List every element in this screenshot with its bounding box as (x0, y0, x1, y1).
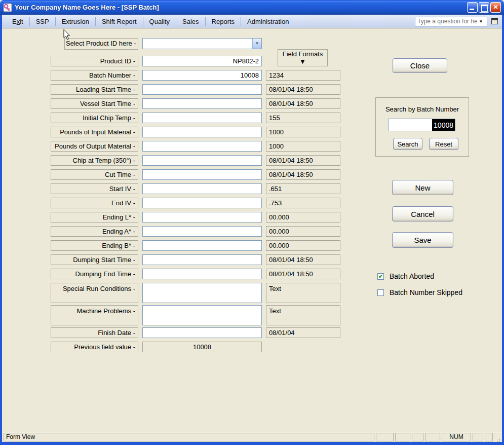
field-format: .651 (266, 183, 340, 194)
field-row: Loading Start Time - 08/01/04 18:50 (51, 84, 342, 95)
field-label: Start IV - (51, 183, 138, 194)
form-workspace: Select Product ID here - Field Formats ▼… (2, 28, 502, 432)
field-format: 00.000 (266, 226, 340, 237)
save-button[interactable]: Save (392, 232, 453, 248)
field-format: 08/01/04 18:50 (266, 169, 340, 180)
menu-item-sales[interactable]: Sales (176, 17, 205, 26)
field-input[interactable] (142, 254, 262, 265)
close-button[interactable]: Close (393, 58, 447, 73)
field-input[interactable] (142, 169, 262, 180)
field-input[interactable] (142, 141, 262, 152)
minimize-button[interactable] (467, 2, 478, 13)
status-panel (485, 433, 493, 441)
maximize-button[interactable] (479, 2, 489, 13)
field-label: Previous field value - (51, 342, 138, 352)
field-format: .753 (266, 198, 340, 208)
field-input[interactable] (142, 240, 262, 251)
field-input[interactable] (142, 212, 262, 222)
statusbar: Form View NUM (2, 432, 502, 442)
batch-number-skipped-checkbox[interactable] (377, 289, 384, 296)
menu-item-shift-report[interactable]: Shift Report (96, 17, 143, 26)
field-row: Finish Date - 08/01/04 (51, 327, 342, 338)
field-input[interactable] (142, 56, 262, 66)
search-batch-input[interactable]: 10008 (388, 119, 455, 131)
new-button[interactable]: New (392, 180, 453, 195)
field-row: Ending A* - 00.000 (51, 226, 342, 237)
field-row: Vessel Start Time - 08/01/04 18:50 (51, 98, 342, 109)
field-format: 1234 (266, 70, 340, 81)
status-panel (376, 433, 394, 441)
window-border-right (502, 15, 504, 445)
search-group-title: Search by Batch Number (376, 105, 469, 113)
field-row: Initial Chip Temp - 155 (51, 113, 342, 123)
field-input[interactable] (142, 305, 262, 325)
field-input[interactable] (142, 283, 262, 303)
field-format: 08/01/04 18:50 (266, 254, 340, 265)
field-input[interactable] (142, 327, 262, 338)
field-label: Chip at Temp (350°) - (51, 155, 138, 166)
field-input[interactable] (142, 269, 262, 279)
batch-number-skipped-label[interactable]: Batch Number Skipped (390, 288, 462, 296)
reset-button[interactable]: Reset (429, 138, 458, 150)
field-input[interactable] (142, 84, 262, 95)
field-input[interactable] (142, 198, 262, 208)
close-window-button[interactable] (490, 2, 501, 13)
field-label: Ending A* - (51, 226, 138, 237)
help-search-box[interactable]: ▼ (415, 17, 487, 26)
field-input[interactable] (142, 98, 262, 109)
menu-item-quality[interactable]: Quality (143, 17, 176, 26)
window-border-left (0, 15, 2, 445)
field-format: 08/01/04 18:50 (266, 269, 340, 279)
search-button[interactable]: Search (393, 138, 422, 150)
menu-item-administration[interactable]: Administration (241, 17, 295, 26)
field-label: Dumping End Time - (51, 269, 138, 279)
field-input[interactable] (142, 155, 262, 166)
status-panel (473, 433, 483, 441)
menu-item-extrusion[interactable]: Extrusion (56, 17, 95, 26)
field-input[interactable] (142, 226, 262, 237)
menu-item-ssp[interactable]: SSP (30, 17, 55, 26)
field-row: Chip at Temp (350°) - 08/01/04 18:50 (51, 155, 342, 166)
field-row: Product ID - (51, 56, 342, 66)
resize-grip[interactable] (494, 433, 500, 441)
field-label: Finish Date - (51, 327, 138, 338)
field-label: Machine Problems - (51, 305, 138, 325)
select-product-id-label: Select Product ID here - (64, 38, 138, 50)
field-rows: Product ID - Batch Number - 1234 Loading… (51, 56, 342, 356)
field-row: Dumping Start Time - 08/01/04 18:50 (51, 254, 342, 265)
field-format: 1000 (266, 127, 340, 137)
help-search-input[interactable] (417, 18, 477, 25)
field-label: Pounds of Input Material - (51, 127, 138, 137)
field-row: Special Run Conditions - Text (51, 283, 342, 303)
titlebar[interactable]: Your Company Name Goes Here - [SSP Batch… (0, 0, 504, 15)
field-format: 08/01/04 18:50 (266, 98, 340, 109)
field-format: Text (266, 305, 340, 325)
field-input[interactable] (142, 70, 262, 81)
window-border-bottom (0, 442, 504, 445)
field-input[interactable] (142, 113, 262, 123)
field-row: Pounds of Input Material - 1000 (51, 127, 342, 137)
cancel-button[interactable]: Cancel (392, 206, 453, 221)
help-dropdown-icon[interactable]: ▼ (477, 19, 485, 24)
restore-window-icon[interactable] (491, 18, 498, 24)
access-app-icon (3, 3, 12, 12)
field-input[interactable] (142, 183, 262, 194)
field-input[interactable] (142, 127, 262, 137)
batch-aborted-label[interactable]: Batch Aborted (390, 272, 434, 280)
window-title: Your Company Name Goes Here - [SSP Batch… (15, 4, 159, 11)
combobox-dropdown-icon[interactable] (252, 39, 261, 49)
field-format: 00.000 (266, 240, 340, 251)
menu-item-exit[interactable]: Exit (6, 17, 29, 26)
status-mode: Form View (4, 433, 374, 441)
field-input[interactable] (142, 342, 262, 352)
field-label: End IV - (51, 198, 138, 208)
field-row: Cut Time - 08/01/04 18:50 (51, 169, 342, 180)
menu-item-reports[interactable]: Reports (206, 17, 241, 26)
status-num-lock: NUM (442, 433, 471, 441)
product-id-combobox[interactable] (142, 38, 262, 49)
field-format: 08/01/04 (266, 327, 340, 338)
field-format: 1000 (266, 141, 340, 152)
field-row: Dumping End Time - 08/01/04 18:50 (51, 269, 342, 279)
field-label: Product ID - (51, 56, 138, 66)
batch-aborted-checkbox[interactable]: ✔ (377, 273, 384, 280)
